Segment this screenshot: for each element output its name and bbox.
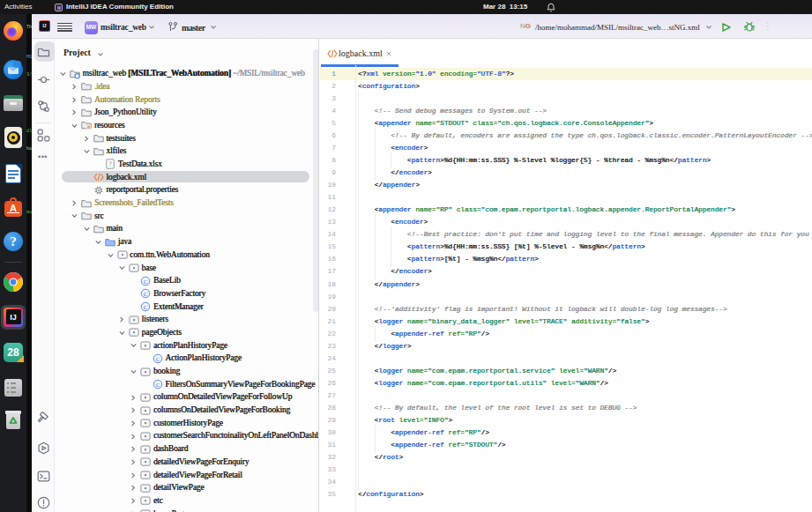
svg-text:C: C [155, 382, 160, 389]
svg-text:C: C [144, 291, 148, 298]
svg-text:C: C [155, 355, 160, 362]
svg-text:C: C [144, 278, 148, 285]
svg-text:C: C [144, 304, 148, 311]
